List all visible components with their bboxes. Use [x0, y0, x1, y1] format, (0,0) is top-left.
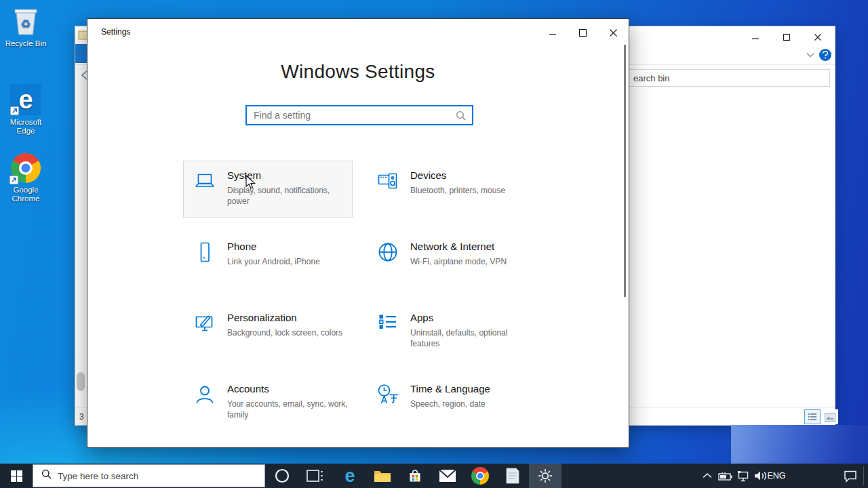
- accounts-icon: [193, 383, 216, 430]
- tile-desc: Uninstall, defaults, optional features: [410, 327, 531, 349]
- explorer-maximize-button[interactable]: [775, 29, 798, 45]
- store-icon: [407, 468, 423, 484]
- desktop-icon-edge[interactable]: e Microsoft Edge: [0, 84, 52, 136]
- settings-tile-accounts[interactable]: Accounts Your accounts, email, sync, wor…: [183, 374, 353, 431]
- nav-pane-scrollbar[interactable]: [77, 372, 85, 391]
- desktop-icon-label: Microsoft Edge: [10, 118, 42, 135]
- desktop: ♻ Recycle Bin e Microsoft Edge Google Ch…: [0, 0, 868, 488]
- windows-logo-icon: [11, 470, 22, 482]
- tray-chevron-button[interactable]: [698, 464, 716, 488]
- settings-tile-network[interactable]: Network & Internet Wi-Fi, airplane mode,…: [366, 232, 536, 289]
- tile-desc: Background, lock screen, colors: [227, 327, 348, 338]
- cortana-icon: [275, 468, 290, 483]
- details-view-button[interactable]: [804, 409, 821, 424]
- close-icon: [609, 28, 618, 37]
- taskbar-file-explorer-button[interactable]: [366, 464, 399, 488]
- settings-tile-devices[interactable]: Devices Bluetooth, printers, mouse: [366, 161, 536, 218]
- phone-icon: [193, 241, 216, 288]
- tile-title: Time & Language: [410, 383, 531, 394]
- taskbar-edge-button[interactable]: e: [334, 464, 366, 488]
- tile-desc: Wi-Fi, airplane mode, VPN: [410, 256, 531, 267]
- personalization-icon: [193, 312, 216, 359]
- taskbar-store-button[interactable]: [399, 464, 431, 488]
- tray-battery-button[interactable]: [716, 464, 735, 488]
- settings-window: Settings Windows Settings: [87, 18, 629, 448]
- settings-close-button[interactable]: [598, 22, 629, 43]
- tray-network-button[interactable]: [735, 464, 753, 488]
- tile-title: Network & Internet: [410, 241, 531, 252]
- explorer-minimize-button[interactable]: [744, 29, 767, 45]
- explorer-close-button[interactable]: [806, 29, 829, 45]
- recycle-bin-icon: ♻: [0, 4, 52, 37]
- network-icon: [737, 470, 751, 482]
- help-icon: [822, 51, 829, 59]
- tile-desc: Your accounts, email, sync, work, family: [227, 399, 348, 420]
- language-indicator[interactable]: ENG: [765, 464, 788, 488]
- desktop-icon-chrome[interactable]: Google Chrome: [0, 153, 52, 203]
- search-icon: [41, 469, 52, 483]
- time-language-icon: [376, 383, 399, 430]
- show-desktop-button[interactable]: [864, 464, 868, 488]
- thumbnail-view-button[interactable]: [822, 409, 838, 424]
- taskbar-search-box[interactable]: [33, 464, 265, 487]
- desktop-icon-label: Recycle Bin: [5, 39, 47, 47]
- taskbar-mail-button[interactable]: [431, 464, 464, 488]
- maximize-icon: [783, 33, 791, 41]
- help-button[interactable]: [819, 49, 831, 61]
- tile-title: Accounts: [227, 383, 348, 394]
- mouse-cursor: [245, 175, 256, 192]
- tile-title: Personalization: [227, 312, 348, 323]
- settings-search-input[interactable]: [247, 106, 472, 124]
- taskbar-chrome-button[interactable]: [464, 464, 496, 488]
- battery-charging-icon: [718, 471, 733, 481]
- page-title: Windows Settings: [87, 61, 629, 83]
- desktop-icon-label: Google Chrome: [12, 186, 40, 203]
- ribbon-collapse-button[interactable]: [805, 49, 816, 60]
- blurred-watermark: [731, 425, 868, 464]
- taskbar-search-input[interactable]: [58, 471, 264, 481]
- edge-icon: e: [344, 467, 355, 485]
- settings-tile-personalization[interactable]: Personalization Background, lock screen,…: [183, 303, 353, 360]
- gear-icon: [538, 468, 553, 483]
- notepad-icon: [506, 468, 519, 484]
- svg-text:♻: ♻: [20, 18, 31, 30]
- chevron-up-icon: [703, 473, 712, 479]
- edge-icon: e: [0, 84, 52, 115]
- apps-icon: [376, 312, 399, 359]
- settings-search-box: [245, 105, 473, 125]
- chevron-down-icon: [806, 52, 814, 58]
- chrome-icon: [471, 467, 489, 485]
- shortcut-arrow-icon: [9, 176, 18, 184]
- settings-tile-phone[interactable]: Phone Link your Android, iPhone: [183, 232, 353, 289]
- task-view-button[interactable]: [299, 464, 332, 488]
- close-icon: [814, 33, 822, 41]
- tile-desc: Bluetooth, printers, mouse: [410, 185, 531, 196]
- details-view-icon: [808, 413, 817, 421]
- taskbar-settings-button[interactable]: [529, 464, 561, 488]
- minimize-icon: [751, 33, 760, 41]
- search-icon: [456, 110, 467, 124]
- mail-icon: [439, 469, 456, 483]
- settings-tile-system[interactable]: System Display, sound, notifications, po…: [183, 161, 353, 218]
- action-center-button[interactable]: [838, 464, 863, 488]
- settings-maximize-button[interactable]: [568, 22, 598, 43]
- maximize-icon: [578, 28, 587, 37]
- tile-title: Phone: [227, 241, 348, 252]
- tile-title: Apps: [410, 312, 531, 323]
- settings-minimize-button[interactable]: [537, 22, 568, 43]
- taskbar: e: [0, 464, 868, 488]
- action-center-icon: [844, 470, 857, 483]
- tile-desc: Link your Android, iPhone: [227, 256, 348, 267]
- tile-desc: Speech, region, date: [410, 399, 531, 409]
- settings-tile-time-language[interactable]: Time & Language Speech, region, date: [366, 374, 536, 431]
- start-button[interactable]: [0, 464, 33, 488]
- settings-scrollbar[interactable]: [624, 45, 626, 297]
- task-view-icon: [307, 468, 324, 483]
- cortana-button[interactable]: [267, 464, 297, 488]
- laptop-icon: [193, 169, 216, 217]
- item-count: 3: [79, 412, 84, 422]
- thumbnail-view-icon: [825, 413, 835, 422]
- settings-tile-apps[interactable]: Apps Uninstall, defaults, optional featu…: [366, 303, 536, 360]
- desktop-icon-recycle-bin[interactable]: ♻ Recycle Bin: [0, 4, 52, 48]
- taskbar-notepad-button[interactable]: [496, 464, 529, 488]
